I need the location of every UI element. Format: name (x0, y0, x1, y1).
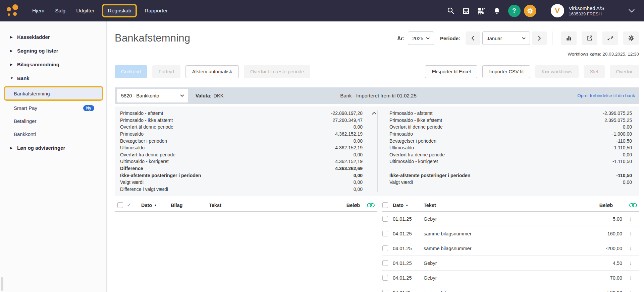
workflow-icon-button[interactable] (602, 31, 618, 45)
k-r-workflows-button[interactable]: Kør workflows (535, 65, 579, 78)
chevron-down-icon (629, 9, 635, 13)
select-all-checkbox-ledger[interactable] (117, 202, 123, 208)
summary-row: Valgt værdi0,00 (120, 179, 363, 186)
nav-item-regnskab[interactable]: Regnskab (102, 4, 137, 17)
settings-gear-icon[interactable] (524, 5, 536, 17)
nav-item-salg[interactable]: Salg (50, 5, 70, 17)
sidebar-group-s-gning-og-lister[interactable]: ▶Søgning og lister (0, 44, 106, 58)
importer-csv-fil-button[interactable]: Importér CSV-fil (482, 65, 530, 78)
sidebar-group-kassekladder[interactable]: ▶Kassekladder (0, 30, 106, 44)
sidebar-item-smart-pay[interactable]: Smart PayNy (0, 102, 106, 114)
caret-right-icon: ▶ (10, 146, 14, 150)
summary-row: Difference4.363.262,69 (120, 165, 363, 172)
year-select[interactable]: 2025 (408, 31, 434, 45)
ledger-entries-table: ✓ Dato▲ Bilag Tekst Beløb (115, 199, 377, 292)
period-select[interactable]: Januar (482, 31, 530, 45)
column-header-bilag[interactable]: Bilag (171, 203, 209, 208)
sidebar-scrollbar-thumb[interactable] (1, 277, 3, 291)
column-header-belob[interactable]: Beløb (346, 203, 360, 208)
sidebar-item-bankafstemning[interactable]: Bankafstemning (5, 87, 102, 99)
summary-label: Ultimosaldo - korrigeret (389, 159, 438, 164)
summary-label: Ultimosaldo (389, 145, 414, 150)
bank-entry-row: 04.01.25samme bilagsnummer160,00↓ (382, 226, 639, 241)
sidebar-group-l-n-og-adviseringer[interactable]: ▶Løn og adviseringer (0, 141, 106, 155)
move-to-ledger-icon[interactable]: ↓ (622, 275, 639, 281)
nav-item-hjem[interactable]: Hjem (28, 5, 49, 17)
account-menu[interactable]: V Virksomhed A/S 1605339 FRESH (551, 4, 644, 17)
sidebar-item-betalinger[interactable]: Betalinger (0, 115, 106, 127)
bank-account-select[interactable]: 5820 - Bankkonto (117, 89, 188, 102)
move-to-ledger-icon[interactable]: ↓ (622, 289, 639, 292)
column-header-dato[interactable]: Dato▲ (393, 203, 424, 208)
row-checkbox[interactable] (382, 290, 388, 292)
row-text: Gebyr (424, 275, 610, 281)
summary-value: 4.362.152,19 (335, 145, 363, 150)
collapse-summary-button[interactable] (371, 111, 377, 116)
caret-right-icon: ▶ (10, 63, 14, 66)
fortryd-button[interactable]: Fortryd (152, 65, 180, 78)
overf-r-button[interactable]: Overfør (610, 65, 639, 78)
caret-right-icon: ▶ (10, 35, 14, 39)
column-header-belob[interactable]: Beløb (599, 203, 622, 208)
column-header-dato[interactable]: Dato▲ (141, 203, 171, 208)
row-checkbox[interactable] (382, 275, 388, 281)
row-checkbox[interactable] (382, 216, 388, 222)
sidebar-item-label: Bankkonti (14, 131, 36, 137)
row-date: 01.01.25 (393, 216, 424, 222)
summary-value: -2.396.075,25 (603, 111, 632, 116)
row-checkbox[interactable] (382, 231, 388, 236)
sidebar-group-bilagsanmodning[interactable]: ▶Bilagsanmodning (0, 58, 106, 71)
row-checkbox[interactable] (382, 260, 388, 266)
afstem-automatisk-button[interactable]: Afstem automatisk (185, 65, 239, 78)
summary-label: Primosaldo (120, 131, 144, 137)
move-to-ledger-icon[interactable]: ↓ (622, 245, 639, 252)
column-header-tekst[interactable]: Tekst (424, 203, 599, 208)
godkend-button[interactable]: Godkend (115, 65, 147, 78)
sidebar-item-label: Bankafstemning (14, 91, 50, 96)
summary-row: Difference i valgt værdi0,00 (120, 186, 363, 193)
connect-bank-link[interactable]: Opret forbindelse til din bank (577, 93, 635, 98)
summary-value: -1.110,50 (612, 145, 632, 150)
sidebar-item-bankkonti[interactable]: Bankkonti (0, 128, 106, 140)
sidebar-item-label: Betalinger (14, 118, 37, 124)
summary-label: Ultimosaldo - korrigeret (120, 159, 169, 164)
search-icon[interactable] (443, 4, 459, 17)
summary-row: Bevægelser i perioden-110,50 (389, 137, 632, 144)
summary-label: Difference (120, 166, 143, 171)
nav-item-rapporter[interactable]: Rapporter (140, 5, 172, 17)
move-to-ledger-icon[interactable]: ↓ (622, 260, 639, 267)
inbox-icon[interactable] (459, 4, 474, 17)
nav-item-udgifter[interactable]: Udgifter (71, 5, 99, 17)
settings-icon-button[interactable] (623, 31, 639, 45)
currency-value: DKK (214, 93, 224, 98)
select-all-checkbox-bank[interactable] (382, 202, 388, 208)
overf-r-til-n-ste-periode-button[interactable]: Overfør til næste periode (244, 65, 310, 78)
help-icon[interactable]: ? (508, 5, 521, 17)
link-entries-icon[interactable] (622, 203, 639, 208)
apps-grid-icon[interactable] (474, 4, 489, 17)
row-checkbox[interactable] (382, 245, 388, 251)
summary-label: Overført til denne periode (389, 124, 443, 130)
next-period-button[interactable] (532, 31, 547, 45)
eksporter-til-excel-button[interactable]: Eksportér til Excel (425, 65, 477, 78)
summary-row: Primosaldo - afstemt-2.396.075,25 (389, 110, 632, 117)
period-label: Periode: (440, 35, 460, 41)
move-to-ledger-icon[interactable]: ↓ (622, 230, 639, 237)
column-header-tekst[interactable]: Tekst (209, 203, 346, 208)
summary-row: Overført fra denne periode0,00 (389, 151, 632, 158)
summary-row: Ultimosaldo4.362.152,19 (120, 144, 363, 151)
bar-chart-icon-button[interactable] (561, 31, 577, 45)
sidebar-group-bank[interactable]: ▼Bank (0, 71, 106, 85)
previous-period-button[interactable] (466, 31, 480, 45)
summary-row: Primosaldo4.362.152,19 (120, 131, 363, 138)
economic-logo[interactable] (7, 4, 20, 17)
summary-row: Ikke-afstemte posteringer i perioden0,00 (120, 172, 363, 179)
sidebar-group-label: Søgning og lister (17, 48, 58, 54)
notifications-bell-icon[interactable] (489, 4, 505, 17)
summary-label: Primosaldo - ikke afstemt (389, 118, 442, 123)
move-to-ledger-icon[interactable]: ↓ (622, 216, 639, 222)
summary-ledger-column: Primosaldo - afstemt-22.898.197,28Primos… (115, 110, 377, 193)
link-entries-icon[interactable] (360, 203, 377, 208)
slet-button[interactable]: Slet (584, 65, 605, 78)
external-link-icon-button[interactable] (582, 31, 597, 45)
